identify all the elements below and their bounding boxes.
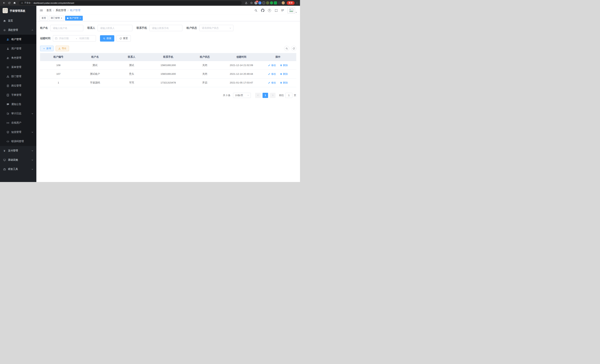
hamburger-icon[interactable] bbox=[40, 9, 43, 12]
add-button[interactable]: ＋ 新增 bbox=[40, 46, 54, 51]
address-bar[interactable]: ⚠ 不安全 dashboard.yudao.iocoder.cn/system/… bbox=[19, 1, 242, 5]
sidebar-item-system-management[interactable]: 系统管理 bbox=[0, 25, 36, 35]
sidebar-item-label: 菜单管理 bbox=[11, 65, 21, 69]
edit-link[interactable]: 修改 bbox=[268, 72, 276, 76]
logo[interactable]: 芋道管理系统 bbox=[0, 6, 36, 16]
table-row: 107 测试租户 秃头 15601691300 关闭 2021-12-14 20… bbox=[40, 70, 296, 78]
share-icon[interactable] bbox=[244, 1, 248, 5]
close-icon[interactable]: × bbox=[61, 17, 62, 19]
column-header: 租户名 bbox=[77, 53, 113, 61]
next-page-button[interactable] bbox=[270, 93, 275, 98]
search-button[interactable]: 搜索 bbox=[100, 35, 114, 42]
sidebar-item-menu-management[interactable]: 菜单管理 bbox=[0, 63, 36, 72]
delete-link[interactable]: 删除 bbox=[280, 64, 288, 67]
edit-link[interactable]: 修改 bbox=[268, 64, 276, 67]
page-number-button[interactable]: 1 bbox=[262, 93, 268, 98]
tenant-name-label: 租户名 bbox=[40, 26, 48, 30]
sidebar-item-online-users[interactable]: 在线用户 bbox=[0, 118, 36, 127]
date-end-placeholder: 结束日期 bbox=[79, 37, 94, 40]
column-header: 租户编号 bbox=[40, 53, 77, 61]
export-button[interactable]: 导出 bbox=[56, 46, 69, 51]
sidebar-item-infrastructure[interactable]: 基础设施 bbox=[0, 155, 36, 165]
contact-input[interactable] bbox=[98, 25, 132, 31]
extension-icon[interactable] bbox=[262, 1, 265, 4]
edit-link[interactable]: 修改 bbox=[268, 81, 276, 84]
sidebar-item-tenant-management[interactable]: 租户管理 bbox=[0, 35, 36, 44]
breadcrumb-item[interactable]: 系统管理 bbox=[56, 9, 66, 12]
sidebar-item-dept-management[interactable]: 部门管理 bbox=[0, 72, 36, 81]
user-icon bbox=[6, 47, 9, 50]
github-icon[interactable] bbox=[261, 9, 264, 12]
phone-input[interactable] bbox=[149, 25, 182, 31]
sidebar-item-label: 用户管理 bbox=[11, 47, 21, 50]
extension-icon[interactable]: 10 bbox=[254, 1, 258, 4]
reset-button[interactable]: 重置 bbox=[116, 35, 131, 42]
show-search-toggle-icon[interactable] bbox=[284, 46, 289, 51]
sidebar-item-label: 租户管理 bbox=[11, 38, 21, 41]
extension-icon[interactable] bbox=[270, 1, 273, 4]
add-button-label: 新增 bbox=[46, 47, 51, 50]
sidebar-item-label: 岗位管理 bbox=[11, 84, 21, 87]
warning-icon[interactable]: ⚠ bbox=[21, 2, 23, 4]
fullscreen-icon[interactable] bbox=[275, 9, 278, 12]
help-icon[interactable]: ? bbox=[268, 9, 271, 12]
search-icon[interactable] bbox=[254, 9, 258, 12]
url-text[interactable]: dashboard.yudao.iocoder.cn/system/tenant bbox=[33, 2, 74, 4]
page-size-select[interactable]: 10条/页 bbox=[233, 93, 251, 98]
user-menu[interactable]: ▾ bbox=[288, 7, 297, 13]
tab-label: 部门管理 bbox=[51, 17, 60, 20]
extension-icon[interactable] bbox=[278, 1, 281, 4]
tab-dept-management[interactable]: 部门管理 × bbox=[49, 16, 64, 21]
chevron-down-icon bbox=[31, 150, 33, 152]
date-separator: - bbox=[75, 37, 78, 40]
sidebar-item-dict-management[interactable]: 字典管理 bbox=[0, 90, 36, 100]
close-icon[interactable]: × bbox=[80, 17, 81, 19]
column-header: 联系手机 bbox=[150, 53, 187, 61]
date-range-picker[interactable]: 开始日期 - 结束日期 bbox=[53, 35, 96, 42]
breadcrumb-item[interactable]: 首页 bbox=[46, 9, 52, 12]
cell-created: 2021-12-14 21:02:09 bbox=[223, 61, 260, 70]
goto-page-input[interactable] bbox=[285, 93, 292, 98]
tags-view: 首页 部门管理 × 租户管理 × bbox=[36, 15, 300, 21]
tenant-name-input[interactable] bbox=[50, 25, 83, 31]
refresh-icon[interactable] bbox=[7, 1, 11, 5]
bookmark-star-icon[interactable] bbox=[249, 1, 254, 5]
update-button[interactable]: 更新 bbox=[287, 1, 295, 5]
tab-tenant-management[interactable]: 租户管理 × bbox=[65, 16, 83, 21]
sidebar-item-audit-log[interactable]: 审计日志 bbox=[0, 109, 36, 118]
sidebar-item-home[interactable]: 首页 bbox=[0, 16, 36, 25]
sidebar-item-post-management[interactable]: 岗位管理 bbox=[0, 81, 36, 90]
refresh-table-icon[interactable] bbox=[291, 46, 296, 51]
system-submenu: 租户管理 用户管理 角色管理 菜单管理 部门管理 bbox=[0, 35, 36, 146]
sidebar-item-label: 研发工具 bbox=[8, 168, 18, 171]
sidebar-item-notice[interactable]: 通知公告 bbox=[0, 100, 36, 109]
tab-home[interactable]: 首页 bbox=[40, 16, 48, 21]
tab-label: 租户管理 bbox=[70, 17, 78, 20]
security-label[interactable]: 不安全 bbox=[24, 1, 31, 4]
extension-icon[interactable] bbox=[266, 1, 269, 4]
back-icon[interactable] bbox=[2, 1, 6, 5]
status-select[interactable]: 请选择租户状态 bbox=[199, 25, 233, 31]
home-icon bbox=[3, 19, 6, 22]
sidebar-item-user-management[interactable]: 用户管理 bbox=[0, 44, 36, 53]
sidebar-item-dev-tools[interactable]: 研发工具 bbox=[0, 165, 36, 174]
log-edit-icon bbox=[6, 112, 9, 115]
delete-link-label: 删除 bbox=[283, 64, 288, 67]
column-header: 联系人 bbox=[113, 53, 150, 61]
extension-badge: 10 bbox=[256, 0, 258, 2]
font-size-icon[interactable]: TT bbox=[281, 9, 284, 12]
extension-icon[interactable] bbox=[258, 1, 262, 4]
menu-kebab-icon[interactable]: ⋮ bbox=[296, 1, 298, 4]
sidebar-item-payment-management[interactable]: ¥ 支付管理 bbox=[0, 146, 36, 155]
contact-label: 联系人 bbox=[87, 26, 95, 30]
prev-page-button[interactable] bbox=[255, 93, 261, 98]
sidebar-item-role-management[interactable]: 角色管理 bbox=[0, 53, 36, 63]
extension-icon[interactable] bbox=[274, 1, 277, 4]
delete-link[interactable]: 删除 bbox=[280, 72, 288, 76]
delete-link[interactable]: 删除 bbox=[280, 81, 288, 84]
extension-icon[interactable] bbox=[282, 1, 285, 4]
browser-toolbar: ⚠ 不安全 dashboard.yudao.iocoder.cn/system/… bbox=[0, 0, 300, 6]
home-icon[interactable] bbox=[12, 1, 17, 5]
sidebar-item-error-code-management[interactable]: 错误码管理 bbox=[0, 137, 36, 146]
sidebar-item-sms-management[interactable]: 短信管理 bbox=[0, 127, 36, 137]
